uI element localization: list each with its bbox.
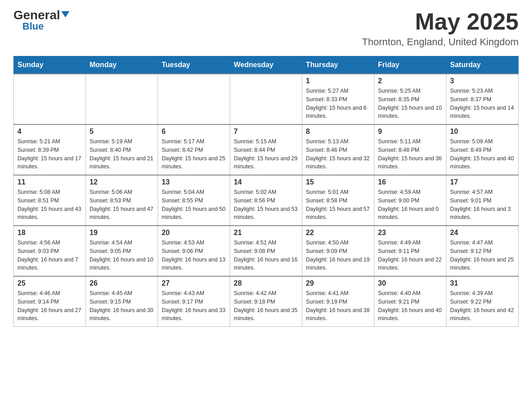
calendar-table: SundayMondayTuesdayWednesdayThursdayFrid…: [13, 56, 519, 327]
weekday-header-monday: Monday: [86, 56, 158, 74]
day-number: 27: [162, 279, 226, 287]
day-number: 14: [234, 178, 298, 186]
day-info: Sunrise: 5:21 AMSunset: 8:39 PMDaylight:…: [17, 137, 82, 171]
day-info: Sunrise: 5:13 AMSunset: 8:46 PMDaylight:…: [306, 137, 370, 171]
logo-triangle-icon: [61, 11, 69, 17]
day-info: Sunrise: 5:17 AMSunset: 8:42 PMDaylight:…: [162, 137, 226, 171]
day-info: Sunrise: 4:46 AMSunset: 9:14 PMDaylight:…: [17, 289, 82, 323]
day-number: 18: [17, 229, 82, 237]
calendar-cell: 11Sunrise: 5:08 AMSunset: 8:51 PMDayligh…: [14, 175, 86, 226]
day-info: Sunrise: 4:39 AMSunset: 9:22 PMDaylight:…: [450, 289, 515, 323]
logo-blue-text: Blue: [22, 21, 44, 31]
day-info: Sunrise: 5:02 AMSunset: 8:56 PMDaylight:…: [234, 188, 298, 222]
day-number: 7: [234, 128, 298, 136]
calendar-cell: 9Sunrise: 5:11 AMSunset: 8:48 PMDaylight…: [374, 124, 446, 175]
day-number: 3: [450, 77, 515, 85]
day-number: 8: [306, 128, 370, 136]
calendar-cell: 3Sunrise: 5:23 AMSunset: 8:37 PMDaylight…: [446, 74, 519, 124]
calendar-cell: 31Sunrise: 4:39 AMSunset: 9:22 PMDayligh…: [446, 276, 519, 327]
calendar-cell: 22Sunrise: 4:50 AMSunset: 9:09 PMDayligh…: [302, 226, 374, 276]
day-info: Sunrise: 4:50 AMSunset: 9:09 PMDaylight:…: [306, 239, 370, 272]
day-info: Sunrise: 4:53 AMSunset: 9:06 PMDaylight:…: [162, 239, 226, 272]
location-title: Thornton, England, United Kingdom: [362, 36, 519, 48]
calendar-cell: [158, 74, 230, 124]
day-number: 10: [450, 128, 515, 136]
calendar-week-row: 1Sunrise: 5:27 AMSunset: 8:33 PMDaylight…: [14, 74, 519, 124]
day-info: Sunrise: 4:41 AMSunset: 9:19 PMDaylight:…: [306, 289, 370, 323]
day-info: Sunrise: 5:06 AMSunset: 8:53 PMDaylight:…: [90, 188, 154, 222]
day-info: Sunrise: 4:43 AMSunset: 9:17 PMDaylight:…: [162, 289, 226, 323]
calendar-cell: 24Sunrise: 4:47 AMSunset: 9:12 PMDayligh…: [446, 226, 519, 276]
calendar-cell: 23Sunrise: 4:49 AMSunset: 9:11 PMDayligh…: [374, 226, 446, 276]
day-number: 26: [90, 279, 154, 287]
calendar-cell: 10Sunrise: 5:09 AMSunset: 8:49 PMDayligh…: [446, 124, 519, 175]
day-info: Sunrise: 5:19 AMSunset: 8:40 PMDaylight:…: [90, 137, 154, 171]
day-info: Sunrise: 5:27 AMSunset: 8:33 PMDaylight:…: [306, 87, 370, 120]
calendar-cell: 30Sunrise: 4:40 AMSunset: 9:21 PMDayligh…: [374, 276, 446, 327]
title-section: May 2025 Thornton, England, United Kingd…: [362, 9, 519, 48]
calendar-cell: 27Sunrise: 4:43 AMSunset: 9:17 PMDayligh…: [158, 276, 230, 327]
day-number: 11: [17, 178, 82, 186]
calendar-cell: 5Sunrise: 5:19 AMSunset: 8:40 PMDaylight…: [86, 124, 158, 175]
day-number: 13: [162, 178, 226, 186]
calendar-cell: 14Sunrise: 5:02 AMSunset: 8:56 PMDayligh…: [230, 175, 302, 226]
day-number: 24: [450, 229, 515, 237]
day-number: 21: [234, 229, 298, 237]
day-number: 4: [17, 128, 82, 136]
day-info: Sunrise: 4:42 AMSunset: 9:18 PMDaylight:…: [234, 289, 298, 323]
day-info: Sunrise: 5:23 AMSunset: 8:37 PMDaylight:…: [450, 87, 515, 120]
day-number: 28: [234, 279, 298, 287]
weekday-header-friday: Friday: [374, 56, 446, 74]
weekday-header-tuesday: Tuesday: [158, 56, 230, 74]
day-number: 29: [306, 279, 370, 287]
calendar-cell: 6Sunrise: 5:17 AMSunset: 8:42 PMDaylight…: [158, 124, 230, 175]
weekday-header-wednesday: Wednesday: [230, 56, 302, 74]
calendar-cell: 26Sunrise: 4:45 AMSunset: 9:15 PMDayligh…: [86, 276, 158, 327]
day-number: 30: [378, 279, 442, 287]
day-info: Sunrise: 5:15 AMSunset: 8:44 PMDaylight:…: [234, 137, 298, 171]
day-number: 1: [306, 77, 370, 85]
calendar-cell: [230, 74, 302, 124]
day-number: 19: [90, 229, 154, 237]
day-info: Sunrise: 4:54 AMSunset: 9:05 PMDaylight:…: [90, 239, 154, 272]
day-info: Sunrise: 4:47 AMSunset: 9:12 PMDaylight:…: [450, 239, 515, 272]
calendar-header-row: SundayMondayTuesdayWednesdayThursdayFrid…: [14, 56, 519, 74]
day-info: Sunrise: 4:59 AMSunset: 9:00 PMDaylight:…: [378, 188, 442, 222]
calendar-cell: 20Sunrise: 4:53 AMSunset: 9:06 PMDayligh…: [158, 226, 230, 276]
day-number: 20: [162, 229, 226, 237]
calendar-cell: 1Sunrise: 5:27 AMSunset: 8:33 PMDaylight…: [302, 74, 374, 124]
page-header: General Blue May 2025 Thornton, England,…: [13, 9, 519, 48]
day-info: Sunrise: 4:57 AMSunset: 9:01 PMDaylight:…: [450, 188, 515, 222]
day-info: Sunrise: 4:49 AMSunset: 9:11 PMDaylight:…: [378, 239, 442, 272]
calendar-cell: [14, 74, 86, 124]
calendar-cell: 16Sunrise: 4:59 AMSunset: 9:00 PMDayligh…: [374, 175, 446, 226]
calendar-cell: [86, 74, 158, 124]
day-info: Sunrise: 5:01 AMSunset: 8:58 PMDaylight:…: [306, 188, 370, 222]
calendar-week-row: 11Sunrise: 5:08 AMSunset: 8:51 PMDayligh…: [14, 175, 519, 226]
day-info: Sunrise: 5:09 AMSunset: 8:49 PMDaylight:…: [450, 137, 515, 171]
day-number: 2: [378, 77, 442, 85]
calendar-cell: 4Sunrise: 5:21 AMSunset: 8:39 PMDaylight…: [14, 124, 86, 175]
day-number: 5: [90, 128, 154, 136]
calendar-week-row: 4Sunrise: 5:21 AMSunset: 8:39 PMDaylight…: [14, 124, 519, 175]
calendar-cell: 15Sunrise: 5:01 AMSunset: 8:58 PMDayligh…: [302, 175, 374, 226]
calendar-cell: 17Sunrise: 4:57 AMSunset: 9:01 PMDayligh…: [446, 175, 519, 226]
calendar-cell: 2Sunrise: 5:25 AMSunset: 8:35 PMDaylight…: [374, 74, 446, 124]
calendar-cell: 12Sunrise: 5:06 AMSunset: 8:53 PMDayligh…: [86, 175, 158, 226]
day-number: 23: [378, 229, 442, 237]
day-info: Sunrise: 5:08 AMSunset: 8:51 PMDaylight:…: [17, 188, 82, 222]
calendar-cell: 28Sunrise: 4:42 AMSunset: 9:18 PMDayligh…: [230, 276, 302, 327]
day-info: Sunrise: 4:45 AMSunset: 9:15 PMDaylight:…: [90, 289, 154, 323]
calendar-cell: 8Sunrise: 5:13 AMSunset: 8:46 PMDaylight…: [302, 124, 374, 175]
calendar-week-row: 25Sunrise: 4:46 AMSunset: 9:14 PMDayligh…: [14, 276, 519, 327]
day-number: 16: [378, 178, 442, 186]
day-number: 22: [306, 229, 370, 237]
weekday-header-sunday: Sunday: [14, 56, 86, 74]
day-info: Sunrise: 4:56 AMSunset: 9:03 PMDaylight:…: [17, 239, 82, 272]
logo-general-text: General: [13, 9, 60, 21]
month-title: May 2025: [362, 9, 519, 34]
day-number: 6: [162, 128, 226, 136]
weekday-header-thursday: Thursday: [302, 56, 374, 74]
day-info: Sunrise: 4:40 AMSunset: 9:21 PMDaylight:…: [378, 289, 442, 323]
day-info: Sunrise: 5:25 AMSunset: 8:35 PMDaylight:…: [378, 87, 442, 120]
